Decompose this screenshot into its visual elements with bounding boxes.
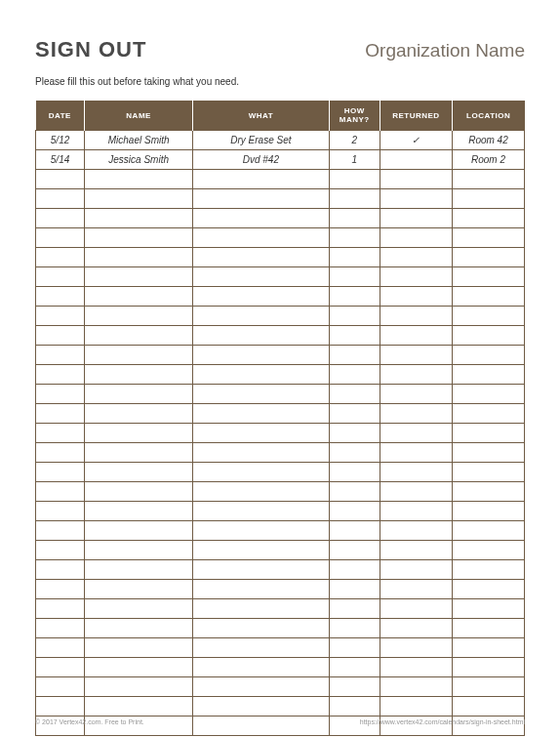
cell-returned bbox=[380, 307, 452, 326]
cell-returned bbox=[380, 482, 452, 502]
cell-returned bbox=[380, 580, 452, 599]
organization-name: Organization Name bbox=[365, 40, 525, 61]
cell-what bbox=[193, 228, 329, 248]
cell-howmany bbox=[329, 346, 380, 365]
cell-what bbox=[193, 463, 329, 482]
cell-date bbox=[36, 307, 85, 326]
cell-what bbox=[193, 307, 329, 326]
cell-returned bbox=[380, 267, 452, 287]
cell-howmany bbox=[329, 189, 380, 209]
cell-returned bbox=[380, 677, 452, 697]
cell-returned bbox=[380, 326, 452, 346]
cell-what bbox=[193, 326, 329, 346]
cell-returned bbox=[380, 697, 452, 717]
cell-returned bbox=[380, 287, 452, 307]
cell-name bbox=[85, 287, 193, 307]
table-row bbox=[36, 677, 525, 697]
col-header-what: WHAT bbox=[193, 101, 329, 131]
cell-location: Room 42 bbox=[452, 131, 524, 150]
cell-date bbox=[36, 502, 85, 521]
table-row bbox=[36, 580, 525, 599]
table-row: 5/14Jessica SmithDvd #421Room 2 bbox=[36, 150, 525, 170]
footer-right: https://www.vertex42.com/calendars/sign-… bbox=[360, 718, 525, 725]
cell-howmany bbox=[329, 677, 380, 697]
cell-location bbox=[452, 638, 524, 658]
cell-name: Jessica Smith bbox=[85, 150, 193, 170]
table-row bbox=[36, 307, 525, 326]
cell-howmany bbox=[329, 482, 380, 502]
table-row bbox=[36, 228, 525, 248]
cell-what bbox=[193, 267, 329, 287]
cell-howmany bbox=[329, 521, 380, 541]
table-row bbox=[36, 209, 525, 228]
cell-location bbox=[452, 521, 524, 541]
cell-location bbox=[452, 365, 524, 385]
cell-returned: ✓ bbox=[380, 131, 452, 150]
cell-location bbox=[452, 697, 524, 717]
footer: © 2017 Vertex42.com. Free to Print. http… bbox=[35, 718, 525, 725]
cell-what bbox=[193, 189, 329, 209]
footer-left: © 2017 Vertex42.com. Free to Print. bbox=[35, 718, 144, 725]
cell-howmany bbox=[329, 560, 380, 580]
table-row bbox=[36, 599, 525, 619]
cell-name bbox=[85, 170, 193, 189]
cell-returned bbox=[380, 346, 452, 365]
header: SIGN OUT Organization Name bbox=[35, 37, 525, 62]
cell-returned bbox=[380, 560, 452, 580]
cell-location bbox=[452, 209, 524, 228]
cell-returned bbox=[380, 248, 452, 267]
cell-location bbox=[452, 560, 524, 580]
cell-location bbox=[452, 385, 524, 404]
cell-date bbox=[36, 677, 85, 697]
table-row bbox=[36, 326, 525, 346]
cell-location bbox=[452, 267, 524, 287]
table-row bbox=[36, 170, 525, 189]
cell-name bbox=[85, 365, 193, 385]
cell-howmany bbox=[329, 287, 380, 307]
cell-name bbox=[85, 580, 193, 599]
cell-returned bbox=[380, 170, 452, 189]
cell-howmany bbox=[329, 267, 380, 287]
cell-name bbox=[85, 346, 193, 365]
cell-name bbox=[85, 228, 193, 248]
table-row bbox=[36, 638, 525, 658]
cell-name bbox=[85, 560, 193, 580]
cell-location bbox=[452, 443, 524, 463]
cell-returned bbox=[380, 658, 452, 677]
cell-returned bbox=[380, 150, 452, 170]
cell-howmany bbox=[329, 170, 380, 189]
cell-what bbox=[193, 365, 329, 385]
cell-what bbox=[193, 209, 329, 228]
cell-what bbox=[193, 170, 329, 189]
col-header-date: DATE bbox=[36, 101, 85, 131]
cell-date bbox=[36, 385, 85, 404]
cell-date bbox=[36, 580, 85, 599]
cell-what bbox=[193, 599, 329, 619]
cell-what bbox=[193, 287, 329, 307]
cell-howmany bbox=[329, 502, 380, 521]
cell-location bbox=[452, 248, 524, 267]
table-row bbox=[36, 385, 525, 404]
cell-location bbox=[452, 463, 524, 482]
table-row bbox=[36, 287, 525, 307]
table-row bbox=[36, 658, 525, 677]
cell-name bbox=[85, 326, 193, 346]
cell-returned bbox=[380, 385, 452, 404]
signout-table: DATE NAME WHAT HOW MANY? RETURNED LOCATI… bbox=[35, 101, 525, 736]
table-row bbox=[36, 404, 525, 424]
cell-name bbox=[85, 599, 193, 619]
cell-location bbox=[452, 599, 524, 619]
cell-date bbox=[36, 228, 85, 248]
cell-name bbox=[85, 248, 193, 267]
cell-location bbox=[452, 619, 524, 638]
table-row bbox=[36, 346, 525, 365]
cell-date bbox=[36, 326, 85, 346]
cell-date bbox=[36, 619, 85, 638]
cell-date bbox=[36, 209, 85, 228]
cell-name bbox=[85, 267, 193, 287]
cell-howmany bbox=[329, 404, 380, 424]
page-title: SIGN OUT bbox=[35, 37, 146, 62]
cell-location bbox=[452, 287, 524, 307]
cell-howmany bbox=[329, 541, 380, 560]
cell-name bbox=[85, 209, 193, 228]
